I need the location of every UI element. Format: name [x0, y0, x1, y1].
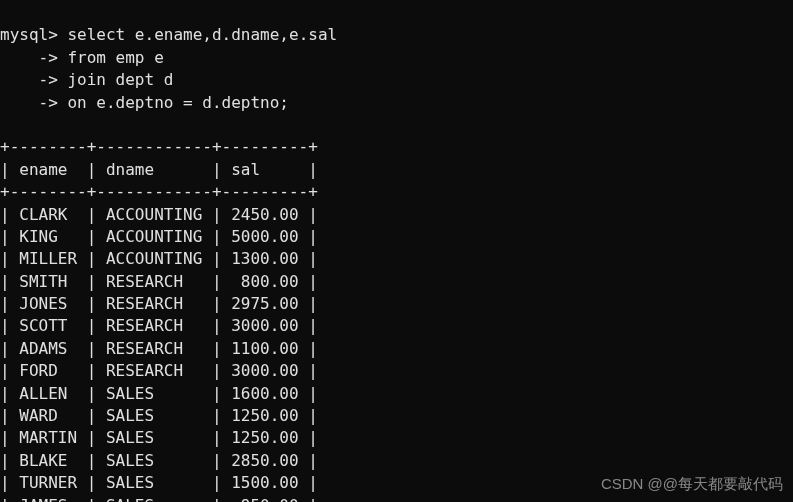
- table-row: | KING | ACCOUNTING | 5000.00 |: [0, 227, 318, 246]
- table-row: | MARTIN | SALES | 1250.00 |: [0, 428, 318, 447]
- table-row: | JONES | RESEARCH | 2975.00 |: [0, 294, 318, 313]
- table-row: | TURNER | SALES | 1500.00 |: [0, 473, 318, 492]
- sql-line-4: on e.deptno = d.deptno;: [67, 93, 289, 112]
- table-row: | SCOTT | RESEARCH | 3000.00 |: [0, 316, 318, 335]
- table-row: | JAMES | SALES | 950.00 |: [0, 496, 318, 502]
- table-row: | SMITH | RESEARCH | 800.00 |: [0, 272, 318, 291]
- sql-line-1: select e.ename,d.dname,e.sal: [67, 25, 337, 44]
- continuation-prompt: ->: [0, 93, 58, 112]
- mysql-prompt: mysql>: [0, 25, 58, 44]
- table-header-row: | ename | dname | sal |: [0, 160, 318, 179]
- table-row: | CLARK | ACCOUNTING | 2450.00 |: [0, 205, 318, 224]
- table-row: | ADAMS | RESEARCH | 1100.00 |: [0, 339, 318, 358]
- table-border-top: +--------+------------+---------+: [0, 137, 318, 156]
- sql-line-3: join dept d: [67, 70, 173, 89]
- table-border-mid: +--------+------------+---------+: [0, 182, 318, 201]
- result-table: +--------+------------+---------+ | enam…: [0, 114, 793, 502]
- table-row: | MILLER | ACCOUNTING | 1300.00 |: [0, 249, 318, 268]
- col-header-ename: ename: [19, 160, 67, 179]
- table-row: | BLAKE | SALES | 2850.00 |: [0, 451, 318, 470]
- table-row: | FORD | RESEARCH | 3000.00 |: [0, 361, 318, 380]
- col-header-dname: dname: [106, 160, 154, 179]
- watermark-text: CSDN @@每天都要敲代码: [601, 473, 783, 494]
- table-row: | ALLEN | SALES | 1600.00 |: [0, 384, 318, 403]
- col-header-sal: sal: [231, 160, 260, 179]
- table-body: | CLARK | ACCOUNTING | 2450.00 | | KING …: [0, 204, 793, 502]
- sql-line-2: from emp e: [67, 48, 163, 67]
- terminal-output[interactable]: mysql> select e.ename,d.dname,e.sal -> f…: [0, 0, 793, 502]
- continuation-prompt: ->: [0, 70, 58, 89]
- continuation-prompt: ->: [0, 48, 58, 67]
- table-row: | WARD | SALES | 1250.00 |: [0, 406, 318, 425]
